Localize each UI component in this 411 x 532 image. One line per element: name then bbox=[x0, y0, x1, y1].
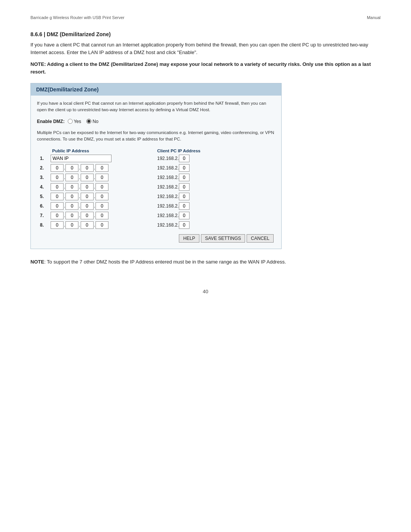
seg-6-2[interactable] bbox=[65, 202, 78, 210]
bottom-note-body: : To support the 7 other DMZ hosts the I… bbox=[44, 259, 286, 265]
seg-6-4[interactable] bbox=[96, 202, 108, 210]
client-ip-field-5: 192.168.2. bbox=[157, 193, 190, 200]
client-last-1[interactable] bbox=[179, 155, 190, 162]
bottom-note: NOTE: To support the 7 other DMZ hosts t… bbox=[30, 258, 381, 266]
client-last-4[interactable] bbox=[179, 183, 190, 191]
col-client-header: Client PC IP Address bbox=[157, 149, 201, 153]
public-ip-2: . . . bbox=[51, 164, 127, 172]
client-ip-field-6: 192.168.2. bbox=[157, 202, 190, 210]
seg-5-1[interactable] bbox=[51, 193, 64, 200]
intro-text: If you have a client PC that cannot run … bbox=[30, 41, 381, 56]
seg-6-1[interactable] bbox=[51, 202, 64, 210]
row-number-4: 4. bbox=[40, 184, 51, 190]
ip-table: Public IP Address Client PC IP Address 1… bbox=[37, 149, 275, 229]
enable-dmz-row: Enable DMZ: Yes No bbox=[37, 119, 275, 124]
help-button[interactable]: HELP bbox=[179, 234, 199, 243]
enable-dmz-label: Enable DMZ: bbox=[37, 119, 65, 124]
public-ip-3: . . . bbox=[51, 174, 127, 181]
seg-3-4[interactable] bbox=[96, 174, 108, 181]
table-row: 2. . . . 192.168.2. bbox=[40, 164, 272, 172]
seg-7-1[interactable] bbox=[51, 212, 64, 219]
public-ip-5: . . . bbox=[51, 193, 127, 200]
buttons-row: HELP SAVE SETTINGS CANCEL bbox=[37, 234, 275, 243]
client-last-8[interactable] bbox=[179, 221, 190, 229]
dmz-description: If you have a local client PC that canno… bbox=[37, 100, 275, 113]
public-ip-6: . . . bbox=[51, 202, 127, 210]
row-number-2: 2. bbox=[40, 165, 51, 171]
seg-2-2[interactable] bbox=[65, 164, 78, 172]
row-number-7: 7. bbox=[40, 213, 51, 218]
radio-no-option[interactable]: No bbox=[86, 119, 98, 124]
cancel-button[interactable]: CANCEL bbox=[247, 234, 274, 243]
dmz-panel: DMZ(Demilitarized Zone) If you have a lo… bbox=[30, 83, 282, 249]
table-row: 4. . . . 192.168.2. bbox=[40, 183, 272, 191]
table-row: 8. . . . 192.168.2. bbox=[40, 221, 272, 229]
note-label: NOTE bbox=[30, 61, 44, 67]
page-number: 40 bbox=[30, 289, 381, 294]
seg-4-1[interactable] bbox=[51, 183, 64, 191]
note-text: NOTE: Adding a client to the DMZ (Demili… bbox=[30, 61, 381, 75]
seg-2-3[interactable] bbox=[81, 164, 94, 172]
seg-2-4[interactable] bbox=[96, 164, 108, 172]
section-title: 8.6.6 | DMZ (Demilitarized Zone) bbox=[30, 31, 381, 37]
seg-5-3[interactable] bbox=[81, 193, 94, 200]
seg-6-3[interactable] bbox=[81, 202, 94, 210]
seg-7-2[interactable] bbox=[65, 212, 78, 219]
seg-4-2[interactable] bbox=[65, 183, 78, 191]
seg-8-1[interactable] bbox=[51, 221, 64, 229]
client-ip-field-8: 192.168.2. bbox=[157, 221, 190, 229]
client-ip-field-7: 192.168.2. bbox=[157, 212, 190, 219]
client-ip-field-3: 192.168.2. bbox=[157, 174, 190, 181]
seg-2-1[interactable] bbox=[51, 164, 64, 172]
seg-7-3[interactable] bbox=[81, 212, 94, 219]
client-last-3[interactable] bbox=[179, 174, 190, 181]
wan-ip-input[interactable] bbox=[51, 155, 112, 162]
header-left: Barricade g Wireless Router with USB Pri… bbox=[30, 15, 124, 20]
radio-yes-label: Yes bbox=[74, 119, 81, 124]
client-last-2[interactable] bbox=[179, 164, 190, 172]
client-ip-field-1: 192.168.2. bbox=[157, 155, 190, 162]
table-row: 7. . . . 192.168.2. bbox=[40, 212, 272, 219]
table-row: 5. . . . 192.168.2. bbox=[40, 193, 272, 200]
row-number-8: 8. bbox=[40, 222, 51, 228]
wan-ip-field bbox=[51, 155, 127, 162]
seg-8-3[interactable] bbox=[81, 221, 94, 229]
client-last-7[interactable] bbox=[179, 212, 190, 219]
radio-no[interactable] bbox=[86, 119, 91, 124]
radio-no-label: No bbox=[92, 119, 98, 124]
table-row: 3. . . . 192.168.2. bbox=[40, 174, 272, 181]
seg-3-2[interactable] bbox=[65, 174, 78, 181]
seg-3-3[interactable] bbox=[81, 174, 94, 181]
col-public-header: Public IP Address bbox=[51, 149, 127, 153]
client-last-6[interactable] bbox=[179, 202, 190, 210]
seg-3-1[interactable] bbox=[51, 174, 64, 181]
table-row: 1. 192.168.2. bbox=[40, 155, 272, 162]
seg-4-4[interactable] bbox=[96, 183, 108, 191]
radio-yes[interactable] bbox=[68, 119, 73, 124]
public-ip-4: . . . bbox=[51, 183, 127, 191]
public-ip-8: . . . bbox=[51, 221, 127, 229]
note-body: : Adding a client to the DMZ (Demilitari… bbox=[30, 61, 371, 75]
radio-yes-option[interactable]: Yes bbox=[68, 119, 81, 124]
seg-8-4[interactable] bbox=[96, 221, 108, 229]
seg-7-4[interactable] bbox=[96, 212, 108, 219]
radio-group: Yes No bbox=[68, 119, 99, 124]
seg-5-4[interactable] bbox=[96, 193, 108, 200]
row-number-1: 1. bbox=[40, 156, 51, 161]
page-header: Barricade g Wireless Router with USB Pri… bbox=[30, 15, 381, 20]
client-ip-field-2: 192.168.2. bbox=[157, 164, 190, 172]
row-number-5: 5. bbox=[40, 194, 51, 199]
header-right: Manual bbox=[367, 15, 381, 20]
seg-4-3[interactable] bbox=[81, 183, 94, 191]
seg-5-2[interactable] bbox=[65, 193, 78, 200]
client-last-5[interactable] bbox=[179, 193, 190, 200]
row-number-3: 3. bbox=[40, 175, 51, 180]
seg-8-2[interactable] bbox=[65, 221, 78, 229]
ip-table-headers: Public IP Address Client PC IP Address bbox=[40, 149, 272, 153]
dmz-panel-header: DMZ(Demilitarized Zone) bbox=[31, 83, 281, 96]
save-settings-button[interactable]: SAVE SETTINGS bbox=[201, 234, 245, 243]
public-ip-7: . . . bbox=[51, 212, 127, 219]
table-row: 6. . . . 192.168.2. bbox=[40, 202, 272, 210]
dmz-panel-body: If you have a local client PC that canno… bbox=[31, 96, 281, 249]
client-ip-field-4: 192.168.2. bbox=[157, 183, 190, 191]
